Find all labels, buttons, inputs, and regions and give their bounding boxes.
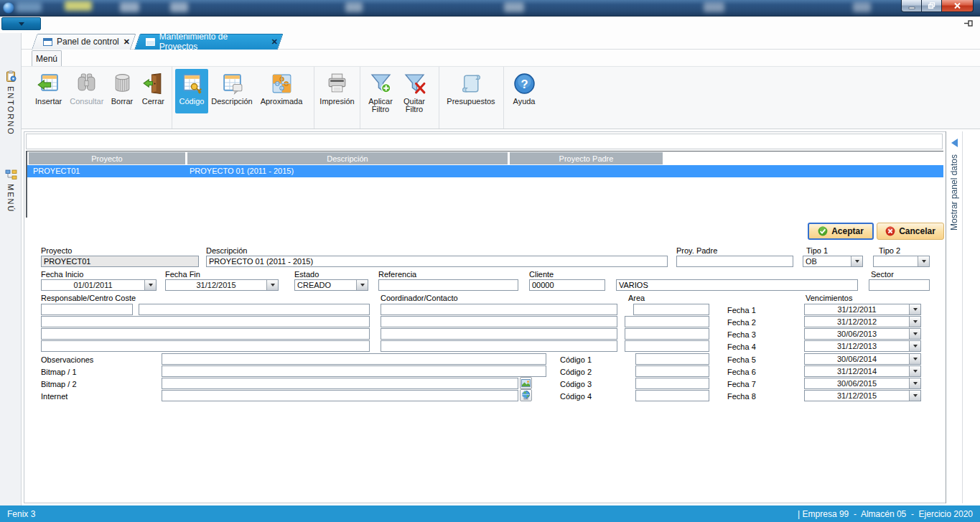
restore-button[interactable] — [922, 0, 942, 12]
proyecto-field[interactable] — [41, 256, 199, 267]
column-header-descripcion[interactable]: Descripción — [187, 152, 508, 164]
tipo2-select[interactable] — [873, 256, 930, 267]
fecha-inicio-select[interactable]: 01/01/2011 — [41, 279, 157, 291]
fecha-1-dropdown-button[interactable] — [909, 304, 920, 314]
area-field-1[interactable] — [633, 304, 709, 315]
proy-padre-field[interactable] — [676, 256, 793, 267]
bitmap1-label: Bitmap / 1 — [41, 368, 77, 376]
tab-menu[interactable]: Menú — [32, 50, 62, 66]
responsable-field-3[interactable] — [41, 316, 370, 327]
descripcion-button[interactable]: Descripción — [208, 69, 256, 113]
ayuda-button[interactable]: ? Ayuda — [507, 69, 541, 113]
tab-close-icon[interactable]: ✕ — [271, 37, 278, 47]
window-controls — [901, 0, 974, 12]
cliente-name-field[interactable] — [616, 279, 858, 291]
codigo2-field[interactable] — [635, 365, 709, 377]
responsable-field-1[interactable] — [41, 304, 133, 315]
internet-field[interactable] — [162, 390, 518, 401]
observaciones-label: Observaciones — [41, 355, 93, 364]
internet-open-button[interactable] — [520, 389, 532, 401]
fecha-6-select[interactable]: 31/12/2014 — [804, 365, 921, 377]
bitmap1-field[interactable] — [162, 365, 546, 377]
area-field-3[interactable] — [625, 328, 709, 340]
fecha-4-dropdown-button[interactable] — [909, 341, 920, 351]
fecha-fin-select[interactable]: 31/12/2015 — [165, 279, 279, 291]
area-field-4[interactable] — [625, 340, 709, 352]
cell-descripcion: PROYECTO 01 (2011 - 2015) — [190, 167, 294, 175]
codigo-button[interactable]: Código — [175, 69, 208, 113]
fecha-3-value: 30/06/2013 — [805, 329, 909, 339]
tipo1-dropdown-button[interactable] — [851, 256, 862, 266]
fecha-2-dropdown-button[interactable] — [909, 317, 920, 327]
presupuestos-button[interactable]: Presupuestos — [442, 69, 500, 113]
fecha-7-dropdown-button[interactable] — [909, 378, 920, 388]
aceptar-button[interactable]: Aceptar — [808, 223, 874, 240]
close-button[interactable] — [942, 0, 974, 12]
fecha-5-select[interactable]: 30/06/2014 — [804, 353, 921, 365]
tipo1-select[interactable]: OB — [803, 256, 863, 267]
borrar-button[interactable]: Borrar — [106, 69, 137, 113]
impresion-button[interactable]: Impresión — [317, 69, 357, 113]
fecha-2-value: 31/12/2012 — [805, 317, 909, 327]
app-menu-row — [0, 17, 980, 33]
internet-label: Internet — [41, 392, 67, 401]
referencia-field[interactable] — [378, 279, 518, 291]
codigo1-field[interactable] — [635, 353, 709, 365]
coordinador-field-2[interactable] — [381, 316, 617, 327]
aplicar-filtro-button[interactable]: Aplicar Filtro — [363, 69, 398, 113]
redacted-blob — [65, 1, 92, 11]
column-header-proyecto[interactable]: Proyecto — [29, 152, 185, 164]
observaciones-field[interactable] — [162, 353, 546, 365]
minimize-button[interactable] — [901, 0, 922, 12]
sidebar-item-entorno[interactable]: ENTORNO — [0, 70, 22, 136]
insertar-button[interactable]: Insertar — [30, 69, 67, 113]
show-data-panel-strip[interactable]: Mostrar panel datos — [947, 131, 963, 503]
ribbon: Insertar Consultar Borrar — [22, 66, 980, 129]
dock-pin-horizontal-icon[interactable] — [964, 20, 974, 27]
sidebar-item-menu[interactable]: MENÚ — [0, 169, 22, 213]
cerrar-button[interactable]: Cerrar — [138, 69, 169, 113]
cliente-code-field[interactable] — [529, 279, 605, 291]
fecha-5-dropdown-button[interactable] — [909, 354, 920, 364]
grid-row-selected[interactable]: PROYECT01 PROYECTO 01 (2011 - 2015) — [27, 165, 943, 177]
tab-close-icon[interactable]: ✕ — [123, 37, 130, 47]
fecha-4-select[interactable]: 31/12/2013 — [804, 340, 921, 352]
tab-panel-de-control[interactable]: Panel de control ✕ — [32, 34, 131, 50]
descripcion-field[interactable] — [206, 256, 668, 267]
fecha-2-select[interactable]: 31/12/2012 — [804, 316, 921, 327]
tab-mantenimiento-de-proyectos[interactable]: Mantenimiento de Proyectos ✕ — [134, 34, 278, 50]
fecha-3-dropdown-button[interactable] — [909, 329, 920, 339]
sector-field[interactable] — [869, 279, 930, 291]
tipo2-dropdown-button[interactable] — [918, 256, 929, 266]
quitar-filtro-button[interactable]: Quitar Filtro — [398, 69, 431, 113]
status-bar: Fenix 3 | Empresa 99 - Almacén 05 - Ejer… — [0, 505, 980, 522]
tipo1-label: Tipo 1 — [806, 246, 828, 255]
coordinador-field-1[interactable] — [381, 304, 617, 315]
codigo3-field[interactable] — [635, 378, 709, 389]
fecha-3-select[interactable]: 30/06/2013 — [804, 328, 921, 340]
column-header-proyecto-padre[interactable]: Proyecto Padre — [510, 152, 663, 164]
responsable-field-4[interactable] — [41, 328, 370, 340]
bitmap2-field[interactable] — [162, 378, 518, 389]
fecha-1-select[interactable]: 31/12/2011 — [804, 304, 921, 315]
cancelar-button[interactable]: Cancelar — [877, 223, 944, 240]
fecha-fin-dropdown-button[interactable] — [266, 280, 278, 290]
area-field-2[interactable] — [625, 316, 709, 327]
fecha-7-select[interactable]: 30/06/2015 — [804, 378, 921, 389]
fecha-8-dropdown-button[interactable] — [909, 391, 920, 401]
descripcion-label: Descripción — [206, 246, 247, 255]
coordinador-field-4[interactable] — [381, 340, 617, 352]
responsable-field-2[interactable] — [139, 304, 370, 315]
estado-select[interactable]: CREADO — [294, 279, 368, 291]
fecha-inicio-dropdown-button[interactable] — [144, 280, 156, 290]
coordinador-field-3[interactable] — [381, 328, 617, 340]
aproximada-button[interactable]: Aproximada — [256, 69, 307, 113]
tab-label: Mantenimiento de Proyectos — [159, 32, 267, 52]
fecha-6-dropdown-button[interactable] — [909, 366, 920, 376]
fecha-8-select[interactable]: 31/12/2015 — [804, 390, 921, 401]
estado-dropdown-button[interactable] — [356, 280, 368, 290]
responsable-field-5[interactable] — [41, 340, 370, 352]
app-menu-button[interactable] — [1, 17, 41, 30]
bitmap2-browse-button[interactable] — [520, 377, 532, 389]
codigo4-field[interactable] — [635, 390, 709, 401]
